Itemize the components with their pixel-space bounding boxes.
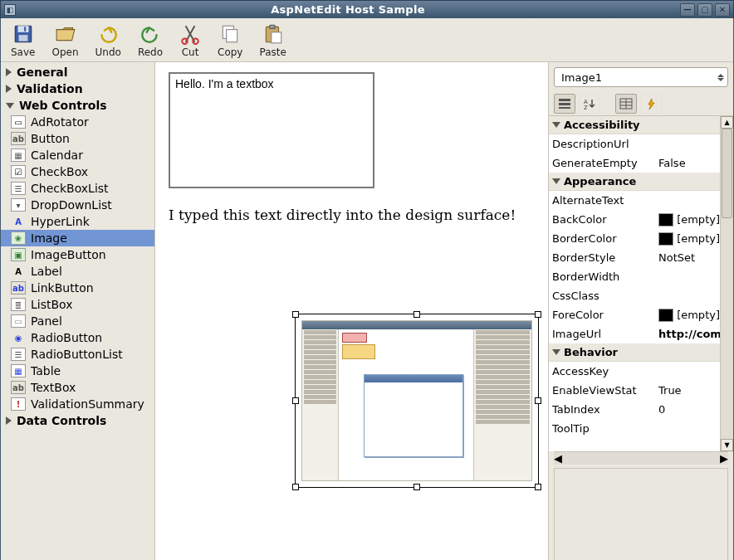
- undo-button[interactable]: Undo: [92, 23, 125, 58]
- prop-row-accesskey[interactable]: AccessKey: [549, 362, 720, 381]
- toolbox-item-checkboxlist[interactable]: ☰CheckBoxList: [1, 180, 154, 197]
- checkbox-icon: ☑: [11, 165, 26, 178]
- toolbox-tree[interactable]: GeneralValidationWeb Controls▭AdRotatora…: [1, 62, 154, 560]
- close-button[interactable]: ✕: [715, 3, 730, 17]
- toolbox-item-textbox[interactable]: abTextBox: [1, 379, 154, 396]
- toolbox-item-imagebutton[interactable]: ▣ImageButton: [1, 246, 154, 263]
- prop-name: TabIndex: [549, 403, 655, 416]
- svg-rect-3: [24, 27, 26, 31]
- prop-row-imageurl[interactable]: ImageUrlhttp://com: [549, 324, 720, 343]
- scroll-up-icon[interactable]: ▲: [721, 116, 733, 129]
- prop-row-descriptionurl[interactable]: DescriptionUrl: [549, 134, 720, 153]
- category-web-controls[interactable]: Web Controls: [1, 97, 154, 114]
- scroll-thumb[interactable]: [722, 129, 732, 218]
- prop-row-bordercolor[interactable]: BorderColor[empty]: [549, 229, 720, 248]
- prop-category-accessibility[interactable]: Accessibility: [549, 116, 720, 134]
- scroll-down-icon[interactable]: ▼: [721, 439, 733, 451]
- prop-value[interactable]: 0: [655, 403, 720, 416]
- prop-row-generateemptyalternatetext[interactable]: GenerateEmptyFalse: [549, 153, 720, 173]
- toolbox-item-linkbutton[interactable]: abLinkButton: [1, 280, 154, 296]
- prop-name: ImageUrl: [549, 328, 655, 340]
- prop-category-label: Accessibility: [564, 119, 640, 131]
- prop-value-text: http://com: [658, 328, 720, 340]
- resize-handle-ne[interactable]: [535, 311, 541, 318]
- prop-value[interactable]: http://com: [655, 328, 720, 340]
- toolbox-item-hyperlink[interactable]: AHyperLink: [1, 213, 154, 230]
- scroll-right-icon[interactable]: ▶: [720, 452, 728, 465]
- resize-handle-e[interactable]: [535, 397, 541, 404]
- toolbox-item-table[interactable]: ▦Table: [1, 363, 154, 379]
- prop-row-tooltip[interactable]: ToolTip: [549, 419, 720, 438]
- copy-button[interactable]: Copy: [214, 23, 246, 58]
- resize-handle-n[interactable]: [413, 311, 420, 318]
- prop-row-tabindex[interactable]: TabIndex0: [549, 400, 720, 419]
- prop-category-behavior[interactable]: Behavior: [549, 343, 720, 362]
- scroll-left-icon[interactable]: ◀: [554, 452, 562, 465]
- chevron-down-icon: [552, 178, 560, 184]
- prop-value[interactable]: False: [655, 157, 720, 169]
- prop-row-alternatetext[interactable]: AlternateText: [549, 191, 720, 210]
- alphabetical-button[interactable]: AZ: [579, 94, 600, 114]
- prop-row-cssclass[interactable]: CssClass: [549, 286, 720, 305]
- resize-handle-nw[interactable]: [292, 311, 299, 318]
- toolbox-item-button[interactable]: abButton: [1, 130, 154, 147]
- minimize-button[interactable]: —: [680, 3, 695, 17]
- image-content: [301, 320, 532, 481]
- textbox-control[interactable]: Hello. I'm a textbox: [169, 72, 374, 188]
- toolbox-item-label: CheckBoxList: [31, 182, 109, 195]
- selected-image-control[interactable]: [295, 314, 539, 488]
- save-button[interactable]: Save: [7, 23, 38, 58]
- propgrid-vscrollbar[interactable]: ▲ ▼: [720, 116, 733, 451]
- category-validation[interactable]: Validation: [1, 80, 154, 97]
- prop-row-borderwidth[interactable]: BorderWidth: [549, 267, 720, 286]
- maximize-button[interactable]: ▢: [697, 3, 712, 17]
- property-grid[interactable]: AccessibilityDescriptionUrlGenerateEmpty…: [549, 116, 720, 451]
- window-titlebar[interactable]: ◧ AspNetEdit Host Sample — ▢ ✕: [0, 0, 734, 18]
- toolbox-item-checkbox[interactable]: ☑CheckBox: [1, 163, 154, 180]
- cut-button[interactable]: Cut: [176, 23, 204, 58]
- resize-handle-w[interactable]: [292, 397, 299, 404]
- category-data-controls[interactable]: Data Controls: [1, 412, 154, 429]
- toolbox-item-panel[interactable]: ▭Panel: [1, 313, 154, 329]
- label-icon: A: [11, 265, 26, 278]
- resize-handle-s[interactable]: [413, 484, 420, 490]
- toolbox-item-radiobutton[interactable]: ◉RadioButton: [1, 329, 154, 346]
- toolbox-item-image[interactable]: ❀Image: [1, 230, 154, 246]
- linkbutton-icon: ab: [11, 281, 26, 295]
- toolbox-item-calendar[interactable]: ▦Calendar: [1, 147, 154, 163]
- categorized-button[interactable]: [554, 94, 575, 114]
- propgrid-toolbar: AZ: [549, 92, 733, 116]
- toolbox-item-label: ValidationSummary: [31, 397, 144, 411]
- prop-value[interactable]: [empty]: [655, 213, 720, 226]
- prop-category-appearance[interactable]: Appearance: [549, 173, 720, 191]
- prop-value[interactable]: NotSet: [655, 251, 720, 264]
- paste-button[interactable]: Paste: [256, 23, 289, 58]
- prop-value-text: 0: [658, 403, 665, 416]
- category-general[interactable]: General: [1, 64, 154, 80]
- prop-value[interactable]: [empty]: [655, 232, 720, 246]
- prop-value[interactable]: True: [655, 384, 720, 397]
- prop-row-borderstyle[interactable]: BorderStyleNotSet: [549, 248, 720, 267]
- toolbox-item-adrotator[interactable]: ▭AdRotator: [1, 114, 154, 130]
- prop-row-forecolor[interactable]: ForeColor[empty]: [549, 305, 720, 324]
- resize-handle-se[interactable]: [535, 484, 541, 490]
- design-surface[interactable]: Hello. I'm a textbox I typed this text d…: [155, 62, 549, 560]
- prop-row-enableviewstate[interactable]: EnableViewStatTrue: [549, 381, 720, 400]
- free-text[interactable]: I typed this text directly into the desi…: [169, 207, 535, 223]
- category-label: General: [17, 66, 68, 79]
- toolbox-item-radiobuttonlist[interactable]: ☰RadioButtonList: [1, 346, 154, 363]
- resize-handle-sw[interactable]: [292, 484, 299, 490]
- prop-value[interactable]: [empty]: [655, 309, 720, 322]
- redo-button[interactable]: Redo: [135, 23, 166, 58]
- object-selector[interactable]: Image1: [554, 67, 728, 87]
- propgrid-hscrollbar[interactable]: ◀ ▶: [554, 451, 728, 465]
- toolbox-item-listbox[interactable]: ≣ListBox: [1, 296, 154, 313]
- toolbox-item-dropdownlist[interactable]: ▾DropDownList: [1, 197, 154, 213]
- properties-button[interactable]: [615, 94, 637, 114]
- open-button[interactable]: Open: [48, 23, 81, 58]
- prop-row-backcolor[interactable]: BackColor[empty]: [549, 210, 720, 229]
- toolbox-item-validationsummary[interactable]: !ValidationSummary: [1, 396, 154, 412]
- events-button[interactable]: [640, 94, 662, 114]
- toolbox-item-label[interactable]: ALabel: [1, 263, 154, 280]
- toolbox-item-label: CheckBox: [31, 165, 88, 178]
